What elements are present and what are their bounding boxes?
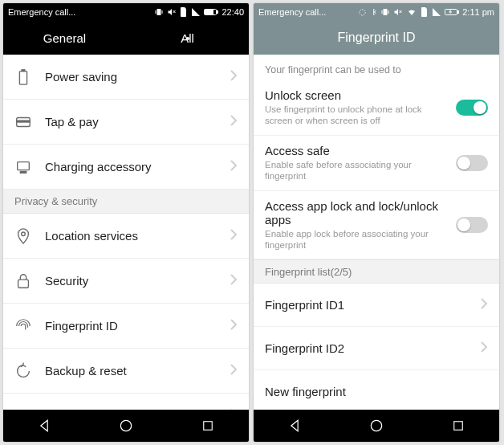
- chevron-right-icon: [230, 70, 238, 84]
- chevron-right-icon: [230, 274, 238, 288]
- svg-rect-20: [382, 10, 383, 14]
- fingerprint-icon: [14, 317, 32, 335]
- toggle-unlock-screen[interactable]: [456, 100, 488, 116]
- carrier-label: Emergency call...: [258, 7, 326, 17]
- bluetooth-icon: [370, 7, 377, 17]
- row-location-services[interactable]: Location services: [3, 214, 249, 259]
- settings-list[interactable]: Power saving Tap & pay Charging accessor…: [3, 55, 249, 410]
- fingerprint-label: Fingerprint ID1: [265, 298, 480, 312]
- svg-rect-25: [457, 11, 459, 14]
- svg-rect-8: [19, 71, 26, 84]
- svg-rect-17: [204, 422, 213, 431]
- fingerprint-item-1[interactable]: Fingerprint ID1: [254, 284, 499, 327]
- nav-home-button[interactable]: [110, 410, 142, 442]
- nav-home-button[interactable]: [360, 410, 392, 442]
- nav-recent-button[interactable]: [192, 410, 224, 442]
- option-title: Unlock screen: [265, 88, 448, 102]
- clock-label: 22:40: [222, 7, 244, 17]
- status-bar: Emergency call... 2:11 pm: [254, 3, 499, 21]
- row-charging-accessory[interactable]: Charging accessory: [3, 145, 249, 190]
- fingerprint-screen: Emergency call... 2:11 pm Fingerprint ID…: [254, 3, 499, 442]
- row-tap-pay[interactable]: Tap & pay: [3, 100, 249, 145]
- chevron-right-icon: [230, 319, 238, 333]
- chevron-right-icon: [230, 364, 238, 378]
- svg-rect-27: [454, 422, 463, 431]
- fingerprint-label: New fingerprint: [265, 385, 488, 398]
- nav-bar: [254, 410, 499, 442]
- svg-rect-11: [17, 120, 30, 122]
- settings-screen: Emergency call... 22:40 General All Powe…: [3, 3, 249, 442]
- sim-icon: [180, 7, 188, 17]
- hint-text: Your fingerprint can be used to: [254, 55, 499, 80]
- dock-icon: [14, 158, 32, 176]
- svg-rect-15: [18, 280, 29, 288]
- wifi-icon: [406, 7, 417, 17]
- svg-rect-13: [20, 171, 26, 173]
- option-subtitle: Enable app lock before associating your …: [265, 228, 448, 251]
- row-label: Location services: [45, 229, 230, 243]
- option-title: Access safe: [265, 144, 448, 157]
- toggle-access-safe[interactable]: [456, 155, 488, 171]
- svg-rect-0: [157, 9, 161, 15]
- svg-point-18: [360, 9, 365, 14]
- row-power-saving[interactable]: Power saving: [3, 55, 249, 100]
- status-bar: Emergency call... 22:40: [3, 3, 249, 21]
- status-icons: [154, 7, 218, 17]
- nav-bar: [3, 410, 249, 442]
- section-privacy-security: Privacy & security: [3, 190, 249, 214]
- svg-rect-19: [384, 9, 388, 15]
- nfc-pay-icon: [14, 113, 32, 131]
- mute-icon: [393, 7, 403, 17]
- fingerprint-content[interactable]: Your fingerprint can be used to Unlock s…: [254, 55, 499, 410]
- row-label: Security: [45, 274, 230, 288]
- option-access-safe[interactable]: Access safe Enable safe before associati…: [254, 136, 499, 191]
- toggle-access-app-lock[interactable]: [456, 217, 488, 233]
- row-backup-reset[interactable]: Backup & reset: [3, 349, 249, 394]
- backup-icon: [14, 362, 32, 380]
- section-fingerprint-list: Fingerprint list(2/5): [254, 259, 499, 284]
- signal-icon: [191, 7, 201, 17]
- option-title: Access app lock and lock/unlock apps: [265, 199, 448, 227]
- carrier-label: Emergency call...: [8, 7, 75, 17]
- status-icons: [358, 7, 459, 17]
- battery-icon: [204, 8, 218, 16]
- option-subtitle: Enable safe before associating your fing…: [265, 159, 448, 182]
- svg-point-14: [22, 231, 26, 235]
- battery-charging-icon: [445, 8, 459, 16]
- sim-icon: [421, 7, 429, 17]
- signal-icon: [432, 7, 441, 17]
- row-security[interactable]: Security: [3, 259, 249, 304]
- fingerprint-item-new[interactable]: New fingerprint: [254, 370, 499, 410]
- fingerprint-item-2[interactable]: Fingerprint ID2: [254, 327, 499, 370]
- nav-back-button[interactable]: [278, 410, 311, 442]
- svg-rect-12: [18, 161, 30, 169]
- option-unlock-screen[interactable]: Unlock screen Use fingerprint to unlock …: [254, 80, 499, 136]
- lock-icon: [14, 272, 32, 290]
- nav-back-button[interactable]: [28, 410, 60, 442]
- sync-icon: [358, 8, 367, 17]
- fingerprint-label: Fingerprint ID2: [265, 341, 480, 355]
- row-more[interactable]: ••• More: [3, 394, 249, 410]
- svg-rect-7: [205, 10, 213, 14]
- svg-rect-6: [217, 11, 218, 14]
- tab-general[interactable]: General: [3, 31, 126, 45]
- page-title: Fingerprint ID: [338, 31, 416, 45]
- row-label: Power saving: [45, 70, 230, 84]
- mute-icon: [167, 7, 177, 17]
- title-bar: Fingerprint ID: [254, 21, 499, 55]
- svg-rect-9: [22, 69, 25, 71]
- option-access-app-lock[interactable]: Access app lock and lock/unlock apps Ena…: [254, 191, 499, 260]
- clock-label: 2:11 pm: [462, 7, 494, 17]
- location-icon: [14, 227, 32, 245]
- nav-recent-button[interactable]: [442, 410, 474, 442]
- tab-all[interactable]: All: [126, 31, 249, 45]
- option-subtitle: Use fingerprint to unlock phone at lock …: [265, 104, 448, 127]
- row-label: Tap & pay: [45, 115, 230, 129]
- chevron-right-icon: [480, 341, 488, 355]
- vibrate-icon: [380, 7, 390, 17]
- chevron-right-icon: [480, 298, 488, 312]
- vibrate-icon: [154, 7, 164, 17]
- row-fingerprint-id[interactable]: Fingerprint ID: [3, 304, 249, 349]
- svg-point-16: [120, 420, 131, 431]
- svg-rect-1: [156, 10, 156, 14]
